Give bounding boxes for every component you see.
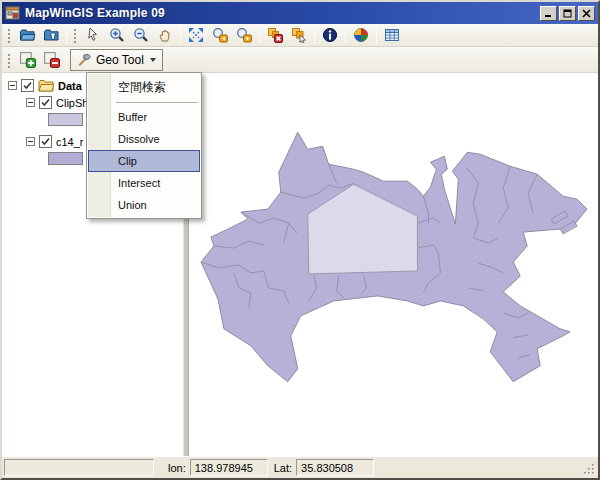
c14-checkbox[interactable]	[39, 135, 52, 148]
add-layer-button[interactable]	[15, 49, 39, 70]
collapse-icon[interactable]	[26, 98, 35, 107]
titlebar[interactable]: MapWinGIS Example 09	[2, 2, 598, 24]
open-shapefile-icon	[19, 27, 36, 43]
geo-tool-label: Geo Tool	[96, 53, 144, 67]
map-area[interactable]	[189, 73, 598, 456]
menu-item-dissolve[interactable]: Dissolve	[88, 128, 200, 150]
lon-value: 138.978945	[195, 462, 253, 474]
zoom-out-icon	[133, 27, 149, 43]
map-canvas[interactable]	[189, 73, 598, 456]
toolbar-separator	[376, 27, 377, 44]
attribute-table-button[interactable]	[380, 25, 404, 46]
lat-value: 35.830508	[301, 462, 353, 474]
collapse-icon[interactable]	[8, 81, 17, 90]
lon-label: lon:	[168, 462, 186, 474]
toolbar-separator	[259, 27, 260, 44]
check-icon	[41, 137, 50, 146]
toolbar-grip[interactable]	[6, 27, 13, 43]
clipshape-checkbox[interactable]	[39, 96, 52, 109]
layer-label: ClipSh	[56, 97, 88, 109]
status-panel	[4, 459, 154, 476]
geo-tool-dropdown-button[interactable]: Geo Tool	[70, 49, 163, 71]
open-shapefile-button[interactable]	[15, 25, 39, 46]
minimize-icon	[544, 9, 553, 17]
menu-item-union[interactable]: Union	[88, 194, 200, 216]
menu-item-spatial-search[interactable]: 空間検索	[88, 75, 200, 99]
pointer-tool-button[interactable]	[81, 25, 105, 46]
toolbar-separator	[66, 27, 67, 44]
folder-icon	[38, 79, 54, 92]
clipshape-swatch	[48, 113, 83, 126]
menu-item-clip[interactable]: Clip	[88, 150, 200, 172]
geo-tool-menu: 空間検索 Buffer Dissolve Clip Intersect Unio…	[86, 72, 202, 219]
select-icon	[291, 27, 307, 43]
symbology-icon	[353, 27, 369, 43]
menu-item-intersect[interactable]: Intersect	[88, 172, 200, 194]
resize-grip[interactable]	[583, 463, 596, 476]
zoom-previous-button[interactable]	[208, 25, 232, 46]
tree-root-label: Data	[58, 80, 82, 92]
toolbar-separator	[314, 27, 315, 44]
zoom-out-button[interactable]	[129, 25, 153, 46]
menu-separator	[116, 102, 198, 103]
zoom-in-button[interactable]	[105, 25, 129, 46]
c14-swatch	[48, 152, 83, 165]
geo-toolbar: Geo Tool	[2, 47, 598, 73]
pan-hand-icon	[157, 27, 173, 43]
app-window: MapWinGIS Example 09	[0, 0, 600, 480]
layer-label: c14_r	[56, 136, 84, 148]
collapse-icon[interactable]	[26, 137, 35, 146]
toolbar-grip[interactable]	[72, 27, 79, 43]
attribute-table-icon	[384, 27, 400, 43]
app-icon	[5, 5, 21, 21]
zoom-extent-button[interactable]	[184, 25, 208, 46]
close-icon	[582, 9, 591, 18]
remove-layer-icon	[43, 51, 60, 68]
main-toolbar	[2, 24, 598, 47]
maximize-icon	[563, 9, 572, 18]
zoom-in-icon	[109, 27, 125, 43]
zoom-previous-icon	[212, 27, 228, 43]
close-button[interactable]	[578, 6, 595, 21]
toolbar-separator	[180, 27, 181, 44]
check-icon	[41, 98, 50, 107]
zoom-extent-icon	[188, 27, 204, 43]
data-checkbox[interactable]	[21, 79, 34, 92]
zoom-next-button[interactable]	[232, 25, 256, 46]
statusbar: lon: 138.978945 Lat: 35.830508	[2, 456, 598, 478]
lat-label: Lat:	[274, 462, 292, 474]
add-layer-icon	[19, 51, 36, 68]
symbology-button[interactable]	[349, 25, 373, 46]
clear-selection-icon	[267, 27, 283, 43]
hammer-icon	[77, 52, 92, 67]
pan-tool-button[interactable]	[153, 25, 177, 46]
toolbar-separator	[66, 51, 67, 68]
lon-value-field: 138.978945	[190, 459, 268, 476]
maximize-button[interactable]	[559, 6, 576, 21]
lat-value-field: 35.830508	[296, 459, 374, 476]
open-layer-button[interactable]	[39, 25, 63, 46]
zoom-next-icon	[236, 27, 252, 43]
minimize-button[interactable]	[540, 6, 557, 21]
check-icon	[23, 81, 32, 90]
toolbar-separator	[345, 27, 346, 44]
identify-icon	[322, 27, 338, 43]
chevron-down-icon	[150, 58, 156, 62]
pointer-icon	[85, 27, 101, 43]
window-title: MapWinGIS Example 09	[25, 6, 538, 20]
menu-item-buffer[interactable]: Buffer	[88, 106, 200, 128]
open-layer-icon	[43, 27, 60, 43]
remove-layer-button[interactable]	[39, 49, 63, 70]
toolbar-grip[interactable]	[6, 52, 13, 68]
identify-button[interactable]	[318, 25, 342, 46]
select-tool-button[interactable]	[287, 25, 311, 46]
clear-selection-button[interactable]	[263, 25, 287, 46]
